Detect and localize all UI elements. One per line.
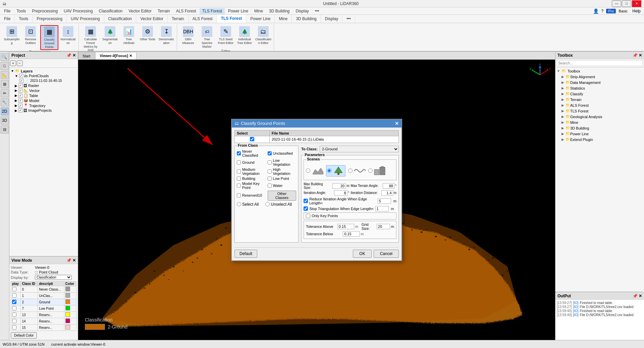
sidebar-btn-1[interactable]: 🔍: [1, 53, 9, 61]
toolbox-classify[interactable]: ▶ 📁 Classify: [561, 91, 643, 97]
class-15-checkbox[interactable]: [12, 325, 16, 330]
menu-als[interactable]: ALS Forest: [173, 8, 199, 14]
tree-item-pointclouds[interactable]: ▼ ✓ 🗁 PointClouds: [10, 73, 77, 78]
btn-tree-attribute[interactable]: 📊 Tree Attribute: [120, 25, 138, 46]
sidebar-btn-2[interactable]: G: [1, 62, 9, 70]
menu-more[interactable]: •••: [312, 8, 322, 14]
tree-item-raster[interactable]: ▶ ✓ 🖼 Raster: [10, 83, 77, 88]
ribbon-tab-als[interactable]: ALS Forest: [189, 15, 217, 23]
toolbox-data-mgmt[interactable]: ▶ 📁 Data Management: [561, 80, 643, 85]
ribbon-tab-powerline[interactable]: Power Line: [246, 15, 275, 23]
chk-model-key-input[interactable]: [237, 184, 241, 188]
radio-unselect-all[interactable]: [265, 202, 270, 206]
menu-terrain[interactable]: Terrain: [155, 8, 173, 14]
ribbon-tab-tls[interactable]: TLS Forest: [217, 15, 247, 23]
help-icon[interactable]: ?: [599, 9, 606, 13]
tolerance-below-input[interactable]: [343, 231, 360, 237]
btn-classify-ground[interactable]: ▦ Classify Ground Points: [40, 25, 58, 50]
menu-tls[interactable]: TLS Forest: [200, 8, 225, 14]
toolbox-3d-building[interactable]: ▶ 📁 3D Building: [561, 125, 643, 131]
ribbon-tab-vector[interactable]: Vector Editor: [136, 15, 168, 23]
chk-low-point-input[interactable]: [268, 177, 272, 181]
iteration-distance-input[interactable]: [381, 190, 393, 196]
chk-building-input[interactable]: [237, 177, 241, 181]
view-mode-close-icon[interactable]: ✕: [72, 258, 76, 263]
btn-classification-editor[interactable]: 🗂 Classification Editor: [254, 25, 272, 46]
file-checkbox[interactable]: ✓: [19, 79, 23, 83]
menu-preprocessing[interactable]: Preprocessing: [29, 8, 60, 14]
ribbon-tab-file[interactable]: File: [0, 15, 15, 23]
project-close-icon[interactable]: ✕: [72, 53, 76, 58]
toolbox-terrain[interactable]: ▶ 📁 Terrain: [561, 97, 643, 102]
vm-display-select[interactable]: Classification: [35, 275, 72, 280]
max-terrain-angle-input[interactable]: [383, 183, 394, 189]
scene-option-4[interactable]: [368, 166, 386, 176]
viewer-area[interactable]: X Y Z Classification 2-Ground 🗂: [78, 60, 555, 340]
class-2-checkbox[interactable]: [12, 300, 16, 304]
stop-triangulation-checkbox[interactable]: [304, 206, 308, 211]
menu-mine[interactable]: Mine: [252, 8, 266, 14]
to-class-select[interactable]: 2-Ground 0-Never Classified 1-Unclassifi…: [320, 146, 399, 152]
chk-reserved10-input[interactable]: [237, 193, 241, 197]
class-13-checkbox[interactable]: [12, 312, 16, 317]
file-checkbox-1[interactable]: [250, 137, 254, 141]
scene-radio-4[interactable]: [368, 168, 373, 173]
only-key-points-checkbox[interactable]: [306, 214, 310, 218]
grid-size-input[interactable]: [377, 224, 390, 229]
reduce-iteration-input[interactable]: [378, 198, 391, 204]
btn-tree-species[interactable]: 🏷 Tree Species Marker: [198, 25, 216, 49]
tolerance-above-input[interactable]: [337, 224, 354, 229]
output-close-icon[interactable]: ✕: [639, 294, 642, 298]
sidebar-btn-4[interactable]: ⊞: [1, 80, 9, 88]
ribbon-tab-uav[interactable]: UAV Processing: [67, 15, 104, 23]
ribbon-tab-3d[interactable]: 3D Building: [292, 15, 321, 23]
scene-radio-1[interactable]: [306, 168, 310, 173]
vector-checkbox[interactable]: ✓: [18, 89, 22, 93]
cancel-button[interactable]: Cancel: [374, 250, 399, 258]
tab-viewer0[interactable]: Viewer-0[Focus] ✕: [95, 52, 137, 59]
window-controls[interactable]: — □ ✕: [612, 0, 641, 7]
btn-subsampling[interactable]: ⊞ Subsampling: [3, 25, 21, 46]
trajectory-checkbox[interactable]: ✓: [18, 104, 22, 108]
reduce-iteration-checkbox[interactable]: [304, 199, 308, 203]
chk-med-veg-input[interactable]: [237, 169, 241, 173]
chk-low-veg-input[interactable]: [268, 160, 272, 164]
btn-tls-seed[interactable]: ✎ TLS Seed Point Editor: [217, 25, 235, 46]
scene-radio-2[interactable]: [327, 168, 331, 173]
menu-powerline[interactable]: Power Line: [225, 8, 251, 14]
tree-item-trajectory[interactable]: ▶ ✓ 📍 Trajectory: [10, 103, 77, 108]
tree-item-layers[interactable]: ▼ 📁 Layers: [10, 68, 77, 73]
ribbon-tab-mine[interactable]: Mine: [275, 15, 292, 23]
toolbox-pin-icon[interactable]: 📌: [633, 53, 638, 58]
radio-select-all[interactable]: [237, 202, 241, 206]
ribbon-tab-more[interactable]: •••: [342, 15, 355, 23]
sidebar-btn-3[interactable]: 📐: [1, 71, 9, 79]
tree-item-model[interactable]: ▶ ✓ 📦 Model: [10, 98, 77, 103]
ribbon-tab-tools[interactable]: Tools: [15, 15, 33, 23]
toolbox-root-header[interactable]: ▼ 📁 Toolbox: [556, 68, 643, 74]
ok-button[interactable]: OK: [353, 250, 371, 258]
btn-calc-forest[interactable]: ▦ Calculate Forest Metrics by Grid: [81, 25, 100, 53]
sidebar-btn-7[interactable]: 2D: [1, 107, 9, 115]
default-color-btn[interactable]: Default Color: [11, 332, 37, 339]
btn-dbh-measure[interactable]: DBH DBH Measure: [179, 25, 197, 46]
btn-individual-tree[interactable]: 🌲 Individual Tree Editor: [235, 25, 254, 46]
toolbox-geological[interactable]: ▶ 📁 Geological Analysis: [561, 114, 643, 119]
table-checkbox[interactable]: ✓: [18, 94, 22, 98]
menu-tools[interactable]: Tools: [14, 8, 29, 14]
scene-option-1[interactable]: [306, 166, 323, 176]
tab-start[interactable]: Start: [78, 52, 95, 59]
btn-denormalization[interactable]: ↧ Denormalization: [157, 25, 175, 46]
minimize-button[interactable]: —: [612, 0, 621, 7]
ribbon-tab-terrain[interactable]: Terrain: [168, 15, 189, 23]
btn-other-tools[interactable]: ⚙ Other Tools: [139, 25, 157, 42]
ribbon-tab-classification[interactable]: Classification: [104, 15, 137, 23]
menu-classification[interactable]: Classification: [96, 8, 125, 14]
toolbox-als-forest[interactable]: ▶ 📁 ALS Forest: [561, 102, 643, 108]
add-layer-btn[interactable]: +: [10, 60, 16, 66]
chk-never-classified-input[interactable]: [237, 151, 241, 155]
model-checkbox[interactable]: ✓: [18, 99, 22, 103]
raster-checkbox[interactable]: ✓: [18, 84, 22, 88]
menu-uav[interactable]: UAV Processing: [61, 8, 95, 14]
imageprojects-checkbox[interactable]: ✓: [18, 108, 22, 112]
